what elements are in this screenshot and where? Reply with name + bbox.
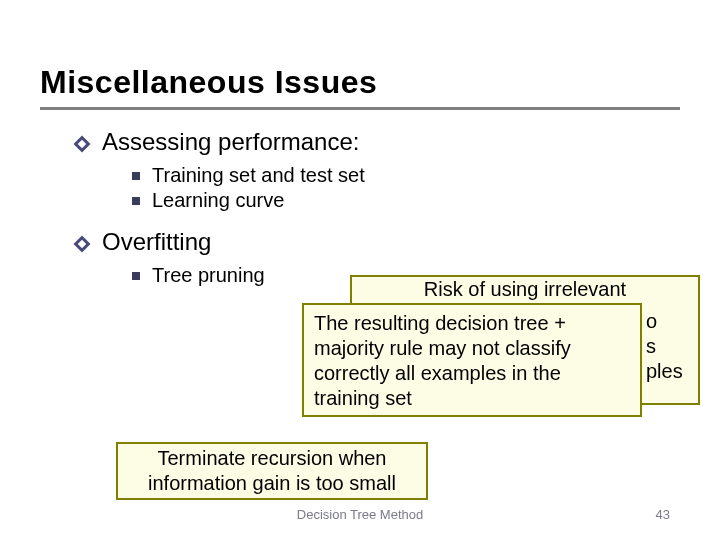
- bullet-text: Learning curve: [152, 189, 284, 212]
- bullet-level2: Training set and test set: [132, 164, 680, 187]
- title-underline: [40, 107, 680, 110]
- bullet-text: Overfitting: [102, 228, 211, 256]
- bullet-text: Tree pruning: [152, 264, 265, 287]
- diamond-bullet-icon: [74, 136, 91, 153]
- callout-result-box: The resulting decision tree + majority r…: [302, 303, 642, 417]
- bullet-text: Assessing performance:: [102, 128, 359, 156]
- bullet-level1: Overfitting: [76, 228, 680, 256]
- bullet-level2: Learning curve: [132, 189, 680, 212]
- fragment-line: s: [646, 334, 683, 359]
- bullet-text: Training set and test set: [152, 164, 365, 187]
- square-bullet-icon: [132, 272, 140, 280]
- callout-terminate-text: Terminate recursion when information gai…: [128, 446, 416, 496]
- page-number: 43: [656, 507, 670, 522]
- footer-center: Decision Tree Method: [0, 507, 720, 522]
- fragment-line: o: [646, 309, 683, 334]
- bullet-level1: Assessing performance:: [76, 128, 680, 156]
- square-bullet-icon: [132, 197, 140, 205]
- callout-risk-fragment: o s ples: [646, 309, 683, 384]
- square-bullet-icon: [132, 172, 140, 180]
- callout-result-text: The resulting decision tree + majority r…: [314, 312, 571, 409]
- callout-terminate-box: Terminate recursion when information gai…: [116, 442, 428, 500]
- slide-title: Miscellaneous Issues: [40, 64, 680, 101]
- diamond-bullet-icon: [74, 236, 91, 253]
- callout-risk-text: Risk of using irrelevant: [360, 278, 690, 301]
- fragment-line: ples: [646, 359, 683, 384]
